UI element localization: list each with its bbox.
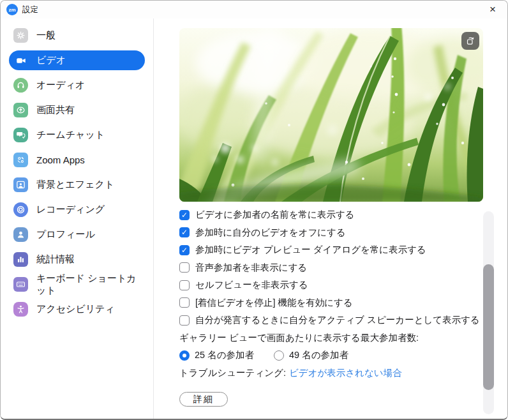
sidebar-item-team-chat[interactable]: チームチャット <box>9 125 145 145</box>
record-icon <box>13 202 28 217</box>
troubleshooting-label: トラブルシューティング: <box>179 367 286 379</box>
sidebar-item-label: キーボード ショートカット <box>36 273 145 297</box>
scrollbar-track[interactable] <box>483 211 494 414</box>
cb-hide-non-video-participants[interactable]: 音声参加者を非表示にする <box>179 259 489 277</box>
profile-icon <box>13 227 28 242</box>
option-label: セルフビューを非表示する <box>195 279 308 291</box>
checkbox-icon <box>179 210 190 220</box>
keyboard-icon <box>13 277 28 292</box>
scrollbar-thumb[interactable] <box>483 264 494 390</box>
sidebar-item-label: チームチャット <box>36 129 105 141</box>
window-title: 設定 <box>22 4 38 15</box>
video-options-list: ビデオに参加者の名前を常に表示する 参加時に自分のビデオをオフにする 参加時にビ… <box>179 206 489 382</box>
sidebar-item-accessibility[interactable]: アクセシビリティ <box>9 299 145 319</box>
radio-icon <box>274 350 284 361</box>
option-label: 参加時に自分のビデオをオフにする <box>195 227 346 239</box>
cb-turn-off-video-on-join[interactable]: 参加時に自分のビデオをオフにする <box>179 224 489 242</box>
accessibility-icon <box>13 302 28 317</box>
checkbox-icon <box>179 297 190 308</box>
troubleshooting-link[interactable]: ビデオが表示されない場合 <box>289 367 402 379</box>
sidebar-item-audio[interactable]: オーディオ <box>9 75 145 95</box>
checkbox-icon <box>179 262 190 273</box>
radio-25-participants[interactable]: 25 名の参加者 <box>179 349 254 361</box>
sidebar-item-label: レコーディング <box>36 204 105 216</box>
sidebar-item-label: オーディオ <box>36 79 85 91</box>
sidebar-item-label: 背景とエフェクト <box>36 179 114 191</box>
sidebar-item-background-effects[interactable]: 背景とエフェクト <box>9 175 145 195</box>
video-camera-icon <box>13 53 28 68</box>
chat-icon <box>13 128 28 142</box>
cb-stop-incoming-video-feature[interactable]: [着信ビデオを停止] 機能を有効にする <box>179 294 489 312</box>
rotate-icon[interactable] <box>461 32 479 50</box>
sidebar-item-label: アクセシビリティ <box>36 303 115 315</box>
sidebar-item-screen-share[interactable]: 画面共有 <box>9 100 145 120</box>
gallery-participants-radio-row: 25 名の参加者 49 名の参加者 <box>179 347 489 364</box>
cb-hide-self-view[interactable]: セルフビューを非表示する <box>179 276 489 294</box>
troubleshooting-row: トラブルシューティング: ビデオが表示されない場合 <box>179 364 489 382</box>
close-icon[interactable]: × <box>478 1 507 19</box>
sidebar-item-video[interactable]: ビデオ <box>9 50 145 70</box>
titlebar[interactable]: zm 設定 × <box>1 1 507 19</box>
screen-share-icon <box>13 103 28 117</box>
gear-icon <box>13 28 28 43</box>
background-effects-icon <box>13 177 28 192</box>
sidebar-item-label: プロフィール <box>36 229 95 241</box>
cb-show-as-active-speaker[interactable]: 自分が発言するときに自分をアクティブ スピーカーとして表示する <box>179 311 489 329</box>
option-label: ビデオに参加者の名前を常に表示する <box>195 209 355 221</box>
sidebar-item-keyboard-shortcuts[interactable]: キーボード ショートカット <box>9 274 145 294</box>
apps-icon <box>13 153 28 167</box>
option-label: 自分が発言するときに自分をアクティブ スピーカーとして表示する <box>195 314 480 326</box>
sidebar-item-statistics[interactable]: 統計情報 <box>9 250 145 269</box>
sidebar-item-label: Zoom Apps <box>36 154 85 165</box>
gallery-max-participants-label: ギャラリー ビューで画面あたりに表示する最大参加者数: <box>179 329 489 347</box>
cb-show-participant-names[interactable]: ビデオに参加者の名前を常に表示する <box>179 206 489 224</box>
video-settings-panel: ビデオに参加者の名前を常に表示する 参加時に自分のビデオをオフにする 参加時にビ… <box>154 19 507 419</box>
checkbox-icon <box>179 227 190 237</box>
sidebar-item-label: ビデオ <box>36 54 66 66</box>
advanced-button[interactable]: 詳細 <box>179 392 228 407</box>
settings-window: zm 設定 × 一般 ビデオ オーディオ <box>0 0 508 420</box>
option-label: 音声参加者を非表示にする <box>195 262 307 274</box>
radio-icon <box>179 350 190 361</box>
radio-label: 25 名の参加者 <box>195 349 254 361</box>
checkbox-icon <box>179 280 190 290</box>
radio-label: 49 名の参加者 <box>289 349 348 361</box>
sidebar-item-profile[interactable]: プロフィール <box>9 225 145 244</box>
option-label: [着信ビデオを停止] 機能を有効にする <box>195 297 353 309</box>
camera-preview-image <box>179 28 483 202</box>
cb-always-show-preview-dialog[interactable]: 参加時にビデオ プレビュー ダイアログを常に表示する <box>179 241 489 259</box>
sidebar-item-zoom-apps[interactable]: Zoom Apps <box>9 150 145 170</box>
radio-49-participants[interactable]: 49 名の参加者 <box>274 349 348 361</box>
headphones-icon <box>13 78 28 93</box>
sidebar-item-label: 統計情報 <box>36 253 75 266</box>
bar-chart-icon <box>13 252 28 267</box>
sidebar-item-label: 一般 <box>36 29 56 41</box>
sidebar-item-general[interactable]: 一般 <box>9 26 145 45</box>
camera-preview <box>179 28 483 202</box>
settings-sidebar: 一般 ビデオ オーディオ 画面共有 <box>1 19 154 419</box>
checkbox-icon <box>179 315 190 326</box>
zoom-logo-icon: zm <box>6 4 18 15</box>
checkbox-icon <box>179 245 190 255</box>
sidebar-item-recording[interactable]: レコーディング <box>9 200 145 220</box>
sidebar-item-label: 画面共有 <box>36 104 75 116</box>
option-label: 参加時にビデオ プレビュー ダイアログを常に表示する <box>195 244 426 256</box>
